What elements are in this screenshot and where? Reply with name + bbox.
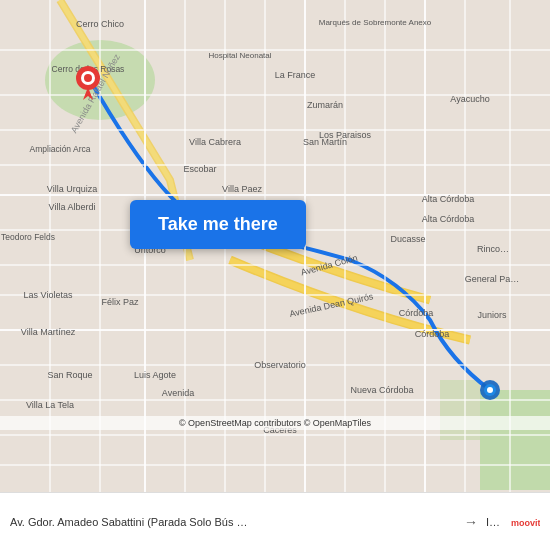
svg-point-69	[84, 74, 92, 82]
svg-text:Ayacucho: Ayacucho	[450, 94, 489, 104]
svg-text:Hospital Neonatal: Hospital Neonatal	[208, 51, 271, 60]
svg-text:Juniors: Juniors	[477, 310, 507, 320]
svg-text:Avenida: Avenida	[162, 388, 194, 398]
app: Cerro Chico Hospital Neonatal La France …	[0, 0, 550, 550]
svg-text:Nueva Córdoba: Nueva Córdoba	[350, 385, 413, 395]
svg-rect-3	[440, 380, 480, 440]
svg-text:Córdoba: Córdoba	[399, 308, 434, 318]
svg-text:General Pa…: General Pa…	[465, 274, 520, 284]
svg-text:Villa Paez: Villa Paez	[222, 184, 262, 194]
svg-text:Villa Alberdi: Villa Alberdi	[49, 202, 96, 212]
svg-text:Luis Agote: Luis Agote	[134, 370, 176, 380]
svg-text:Alta Córdoba: Alta Córdoba	[422, 194, 475, 204]
arrow-icon: →	[464, 514, 478, 530]
route-info: Av. Gdor. Amadeo Sabattini (Parada Solo …	[10, 514, 500, 530]
map-container: Cerro Chico Hospital Neonatal La France …	[0, 0, 550, 492]
svg-text:Zumarán: Zumarán	[307, 100, 343, 110]
svg-text:Las Violetas: Las Violetas	[24, 290, 73, 300]
map-attribution: © OpenStreetMap contributors © OpenMapTi…	[0, 416, 550, 430]
svg-text:Marqués de Sobremonte Anexo: Marqués de Sobremonte Anexo	[319, 18, 432, 27]
svg-text:Ducasse: Ducasse	[390, 234, 425, 244]
take-me-there-button[interactable]: Take me there	[130, 200, 306, 249]
svg-rect-2	[480, 390, 550, 490]
svg-text:Villa Cabrera: Villa Cabrera	[189, 137, 241, 147]
moovit-logo-svg: moovit	[510, 508, 540, 536]
svg-text:Teodoro Felds: Teodoro Felds	[1, 232, 55, 242]
svg-text:moovit: moovit	[511, 518, 540, 528]
svg-text:Cerro Chico: Cerro Chico	[76, 19, 124, 29]
svg-text:Villa Martínez: Villa Martínez	[21, 327, 76, 337]
svg-point-72	[487, 387, 493, 393]
svg-text:Córdoba: Córdoba	[415, 329, 450, 339]
svg-text:Rinco…: Rinco…	[477, 244, 509, 254]
origin-label: Av. Gdor. Amadeo Sabattini (Parada Solo …	[10, 516, 456, 528]
svg-text:Ampliación Arca: Ampliación Arca	[30, 144, 91, 154]
svg-text:La France: La France	[275, 70, 316, 80]
svg-text:Alta Córdoba: Alta Córdoba	[422, 214, 475, 224]
destination-label: I…	[486, 516, 500, 528]
svg-text:San Roque: San Roque	[47, 370, 92, 380]
svg-text:Villa Urquiza: Villa Urquiza	[47, 184, 97, 194]
svg-text:Escobar: Escobar	[183, 164, 216, 174]
svg-text:Félix Paz: Félix Paz	[101, 297, 139, 307]
bottom-bar: Av. Gdor. Amadeo Sabattini (Parada Solo …	[0, 492, 550, 550]
svg-text:Observatorio: Observatorio	[254, 360, 306, 370]
svg-text:San Martín: San Martín	[303, 137, 347, 147]
moovit-logo: moovit	[510, 508, 540, 536]
svg-text:Villa La Tela: Villa La Tela	[26, 400, 74, 410]
